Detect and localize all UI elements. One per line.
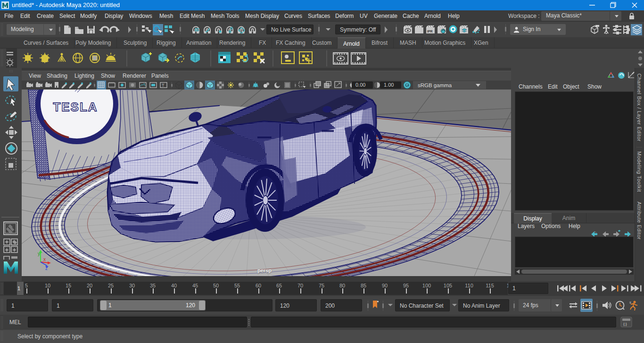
svg-text:IPR: IPR [427, 30, 433, 33]
svg-text:z: z [45, 266, 48, 270]
svg-text:0.00: 0.00 [355, 82, 365, 88]
svg-text:1.00: 1.00 [384, 82, 394, 88]
svg-text:T: T [162, 83, 165, 88]
svg-text:sRGB gamma: sRGB gamma [418, 82, 452, 88]
svg-text:{;}: {;} [623, 322, 627, 326]
svg-text:ON: ON [405, 84, 409, 87]
svg-text:x: x [43, 257, 46, 262]
svg-text:y: y [38, 251, 40, 256]
